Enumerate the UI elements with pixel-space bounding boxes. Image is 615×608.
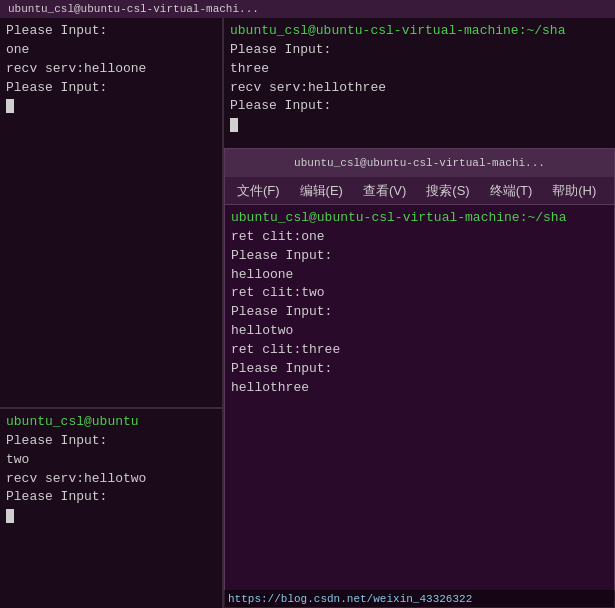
menu-search[interactable]: 搜索(S) xyxy=(422,180,473,202)
rw-line-7: ret clit:three xyxy=(231,341,608,360)
left-text-2: one xyxy=(6,42,29,57)
left-bottom-line-2: two xyxy=(6,451,216,470)
menu-terminal[interactable]: 终端(T) xyxy=(486,180,537,202)
right-top-line-2: three xyxy=(230,60,609,79)
right-top-line-4: Please Input: xyxy=(230,97,609,116)
left-line-4: Please Input: xyxy=(6,79,216,98)
left-bottom-line-1: Please Input: xyxy=(6,432,216,451)
cursor-2 xyxy=(6,509,14,523)
left-bottom-cursor-line xyxy=(6,507,216,526)
rw-text-8: Please Input: xyxy=(231,361,332,376)
left-cursor-line xyxy=(6,97,216,116)
right-window: ubuntu_csl@ubuntu-csl-virtual-machi... 文… xyxy=(224,148,615,608)
left-line-2: one xyxy=(6,41,216,60)
rw-line-4: ret clit:two xyxy=(231,284,608,303)
left-bottom-label: ubuntu_csl@ubuntu xyxy=(6,413,216,432)
rw-text-2: Please Input: xyxy=(231,248,332,263)
rw-prompt: ubuntu_csl@ubuntu-csl-virtual-machine:~/… xyxy=(231,210,566,225)
rw-text-5: Please Input: xyxy=(231,304,332,319)
right-top-cursor-line xyxy=(230,116,609,135)
left-text-1: Please Input: xyxy=(6,23,107,38)
rw-line-2: Please Input: xyxy=(231,247,608,266)
right-top-text-2: three xyxy=(230,61,269,76)
top-bar: ubuntu_csl@ubuntu-csl-virtual-machi... xyxy=(0,0,615,18)
top-bar-title: ubuntu_csl@ubuntu-csl-virtual-machi... xyxy=(8,3,259,15)
right-terminal-top: ubuntu_csl@ubuntu-csl-virtual-machine:~/… xyxy=(224,18,615,148)
right-top-line-1: Please Input: xyxy=(230,41,609,60)
rw-text-4: ret clit:two xyxy=(231,285,325,300)
menu-view[interactable]: 查看(V) xyxy=(359,180,410,202)
rw-line-6: hellotwo xyxy=(231,322,608,341)
status-url: https://blog.csdn.net/weixin_43326322 xyxy=(228,593,472,605)
left-bottom-text-1: Please Input: xyxy=(6,433,107,448)
right-window-titlebar: ubuntu_csl@ubuntu-csl-virtual-machi... xyxy=(225,149,614,177)
left-bottom-text-2: two xyxy=(6,452,29,467)
rw-text-9: hellothree xyxy=(231,380,309,395)
left-text-3: recv serv:helloone xyxy=(6,61,146,76)
right-top-prompt-line: ubuntu_csl@ubuntu-csl-virtual-machine:~/… xyxy=(230,22,609,41)
rw-text-1: ret clit:one xyxy=(231,229,325,244)
left-text-4: Please Input: xyxy=(6,80,107,95)
menu-edit[interactable]: 编辑(E) xyxy=(296,180,347,202)
rw-text-6: hellotwo xyxy=(231,323,293,338)
right-top-text-1: Please Input: xyxy=(230,42,331,57)
right-window-menubar: 文件(F) 编辑(E) 查看(V) 搜索(S) 终端(T) 帮助(H) xyxy=(225,177,614,205)
left-bottom-line-3: recv serv:hellotwo xyxy=(6,470,216,489)
rw-prompt-line: ubuntu_csl@ubuntu-csl-virtual-machine:~/… xyxy=(231,209,608,228)
rw-line-3: helloone xyxy=(231,266,608,285)
cursor-3 xyxy=(230,118,238,132)
rw-line-9: hellothree xyxy=(231,379,608,398)
right-top-text-4: Please Input: xyxy=(230,98,331,113)
menu-help[interactable]: 帮助(H) xyxy=(548,180,600,202)
menu-file[interactable]: 文件(F) xyxy=(233,180,284,202)
left-bottom-text-3: recv serv:hellotwo xyxy=(6,471,146,486)
rw-line-8: Please Input: xyxy=(231,360,608,379)
right-top-prompt: ubuntu_csl@ubuntu-csl-virtual-machine:~/… xyxy=(230,23,565,38)
rw-line-5: Please Input: xyxy=(231,303,608,322)
left-bottom-prompt: ubuntu_csl@ubuntu xyxy=(6,414,139,429)
rw-line-1: ret clit:one xyxy=(231,228,608,247)
right-window-content: ubuntu_csl@ubuntu-csl-virtual-machine:~/… xyxy=(225,205,614,607)
right-top-line-3: recv serv:hellothree xyxy=(230,79,609,98)
cursor-1 xyxy=(6,99,14,113)
right-top-text-3: recv serv:hellothree xyxy=(230,80,386,95)
status-bar: https://blog.csdn.net/weixin_43326322 xyxy=(224,590,615,608)
left-terminal-bottom: ubuntu_csl@ubuntu Please Input: two recv… xyxy=(0,408,222,608)
left-bottom-line-4: Please Input: xyxy=(6,488,216,507)
left-line-3: recv serv:helloone xyxy=(6,60,216,79)
rw-text-7: ret clit:three xyxy=(231,342,340,357)
rw-text-3: helloone xyxy=(231,267,293,282)
left-line-1: Please Input: xyxy=(6,22,216,41)
right-window-title: ubuntu_csl@ubuntu-csl-virtual-machi... xyxy=(294,157,545,169)
left-bottom-text-4: Please Input: xyxy=(6,489,107,504)
